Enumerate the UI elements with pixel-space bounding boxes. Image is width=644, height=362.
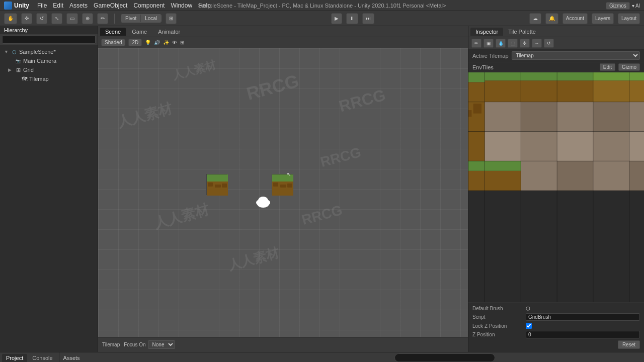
scene-toolbar-effects[interactable]: ✨ <box>163 40 169 45</box>
expand-arrow-grid: ▶ <box>8 67 13 72</box>
rotate-tool[interactable]: ↺ <box>36 13 47 24</box>
scene-toolbar-audio[interactable]: 🔊 <box>154 40 160 45</box>
menu-window[interactable]: Window <box>171 2 192 9</box>
local-button[interactable]: Local <box>141 15 161 22</box>
rect-tool[interactable]: ▭ <box>66 13 78 24</box>
right-panel: Inspector Tile Palette ✏ ▣ 💧 ⬚ ✜ ↔ ↺ Act… <box>468 26 644 352</box>
menu-file[interactable]: File <box>37 2 47 9</box>
menu-assets[interactable]: Assets <box>69 2 88 9</box>
watermark-8: 人人素材 <box>171 57 218 83</box>
layout-button[interactable]: Layout <box>618 13 640 24</box>
gizmo-button[interactable]: Gizmo <box>618 63 640 71</box>
z-position-input[interactable] <box>526 331 640 338</box>
toolbar-right: ☁ 🔔 Account Layers Layout <box>529 13 640 24</box>
account-button[interactable]: Account <box>562 13 588 24</box>
menu-gameobject[interactable]: GameObject <box>94 2 127 9</box>
edit-button[interactable]: Edit <box>600 63 615 71</box>
svg-rect-43 <box>485 132 521 161</box>
snap-button[interactable]: ⊞ <box>166 13 177 24</box>
scene-toolbar-hidden[interactable]: 👁 <box>172 40 177 45</box>
play-button[interactable]: ▶ <box>331 13 342 24</box>
layers-button[interactable]: Layers <box>592 13 614 24</box>
shaded-dropdown[interactable]: Shaded <box>101 39 125 46</box>
hierarchy-search-input[interactable] <box>2 35 96 44</box>
select-tool[interactable]: ⬚ <box>508 39 518 48</box>
bottom-panels: Project Console + ▾ ★ Favorites All Mate… <box>0 352 644 362</box>
rotate-tool[interactable]: ↺ <box>544 39 554 48</box>
inspector-tab[interactable]: Inspector <box>470 28 503 36</box>
pivot-local-toggle: Pivot Local <box>121 14 162 23</box>
hierarchy-item-tilemap[interactable]: 🗺 Tilemap <box>0 74 98 83</box>
svg-rect-35 <box>485 102 521 132</box>
active-tilemap-select[interactable]: Tilemap <box>512 51 640 60</box>
envtiles-header: EnvTiles Edit Gizmo <box>468 62 644 72</box>
svg-rect-17 <box>468 82 485 102</box>
tile-sprite-1 <box>206 174 227 195</box>
lock-z-row: Lock Z Position <box>472 323 640 329</box>
tile-sprite-2 <box>272 174 293 195</box>
svg-rect-8 <box>280 185 286 188</box>
move-tool[interactable]: ✜ <box>21 13 32 24</box>
script-row: Script <box>472 313 640 321</box>
step-button[interactable]: ⏭ <box>362 13 374 24</box>
app-name: Unity <box>14 2 29 9</box>
scene-tab-scene[interactable]: Scene <box>100 28 126 36</box>
flip-tool[interactable]: ↔ <box>532 39 542 48</box>
reset-button[interactable]: Reset <box>618 340 640 349</box>
assets-title: Assets <box>63 355 80 361</box>
project-tab[interactable]: Project <box>2 354 27 362</box>
svg-rect-53 <box>485 161 521 171</box>
tile-palette-tab[interactable]: Tile Palette <box>503 28 541 36</box>
lock-z-label: Lock Z Position <box>472 323 523 329</box>
cursor-indicator: ↖ <box>287 171 291 177</box>
move-brush-tool[interactable]: ✜ <box>520 39 530 48</box>
focus-on-group: Focus On None <box>124 340 175 349</box>
paint-brush-tool[interactable]: ✏ <box>471 39 481 48</box>
cloud-sprite <box>255 196 271 208</box>
scene-toolbar-grid[interactable]: ⊞ <box>180 40 184 45</box>
pivot-button[interactable]: Pivot <box>121 15 141 22</box>
svg-rect-3 <box>215 185 221 188</box>
scene-toolbar-lights[interactable]: 💡 <box>145 40 151 45</box>
hierarchy-label-grid: Grid <box>23 67 34 73</box>
edit-tool[interactable]: ✏ <box>97 13 108 24</box>
hierarchy-item-maincamera[interactable]: 📷 Main Camera <box>0 56 98 65</box>
focus-on-select[interactable]: None <box>148 340 175 349</box>
hierarchy-tab[interactable]: Hierarchy <box>0 26 32 34</box>
tilemap-icon: 🗺 <box>21 75 28 82</box>
menu-component[interactable]: Component <box>133 2 165 9</box>
services-button[interactable]: 🔔 <box>545 13 558 24</box>
toolbar-sep-1 <box>114 14 115 24</box>
fill-tool[interactable]: ▣ <box>484 39 494 48</box>
scene-tab-animator[interactable]: Animator <box>153 28 185 36</box>
transform-tool[interactable]: ⊕ <box>82 13 93 24</box>
svg-rect-2 <box>208 183 213 187</box>
hierarchy-panel: Hierarchy ▼ ⬡ SampleScene* 📷 Main Camera… <box>0 26 98 352</box>
scene-icon: ⬡ <box>11 48 18 55</box>
menu-edit[interactable]: Edit <box>53 2 63 9</box>
script-input[interactable] <box>526 313 640 321</box>
hierarchy-item-samplescene[interactable]: ▼ ⬡ SampleScene* <box>0 47 98 56</box>
eyedropper-tool[interactable]: 💧 <box>496 39 506 48</box>
asset-search-input[interactable] <box>394 353 495 362</box>
lock-z-checkbox[interactable] <box>526 323 532 329</box>
2d-toggle[interactable]: 2D <box>128 39 142 46</box>
project-sidebar: Project Console + ▾ ★ Favorites All Mate… <box>0 352 59 362</box>
hierarchy-item-grid[interactable]: ▶ ⊞ Grid <box>0 65 98 74</box>
hierarchy-label-tilemap: Tilemap <box>29 76 49 82</box>
svg-rect-7 <box>273 183 278 187</box>
gizmos-extra: ▾ Al <box>632 3 640 9</box>
console-tab[interactable]: Console <box>28 354 56 362</box>
gizmos-button[interactable]: Gizmos <box>606 2 630 10</box>
scale-tool[interactable]: ⤡ <box>51 13 62 24</box>
watermark-1: 人人素材 <box>115 99 175 132</box>
hand-tool[interactable]: ✋ <box>4 13 17 24</box>
collab-button[interactable]: ☁ <box>529 13 541 24</box>
tile-palette-view[interactable] <box>468 72 644 302</box>
pause-button[interactable]: ⏸ <box>346 13 358 24</box>
scene-tab-game[interactable]: Game <box>127 28 152 36</box>
scene-area: Scene Game Animator Shaded 2D 💡 🔊 ✨ 👁 ⊞ … <box>98 26 468 352</box>
scene-canvas[interactable]: 人人素材 RRCG RRCG 人人素材 RRCG RRCG 人人素材 人人素材 <box>98 48 468 337</box>
svg-rect-47 <box>629 132 644 161</box>
watermark-6: RRCG <box>337 86 388 116</box>
